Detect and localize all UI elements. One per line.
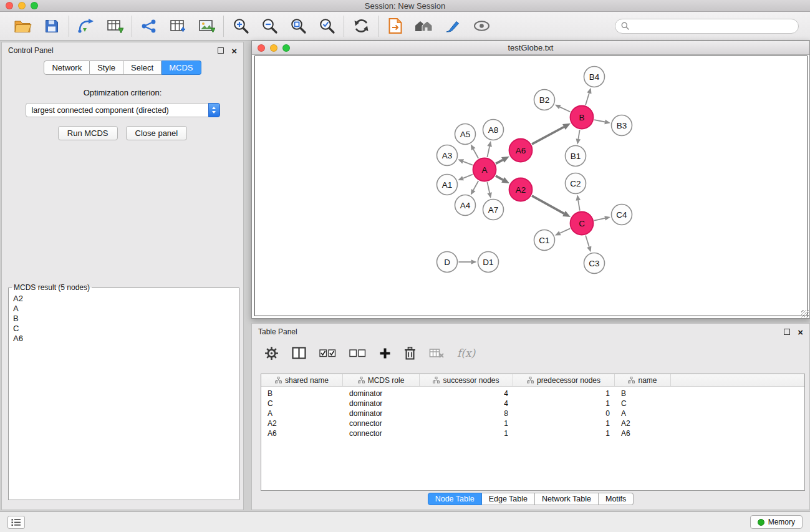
table-settings-gear-icon[interactable]	[264, 346, 279, 360]
network-node-C[interactable]: C	[571, 212, 594, 235]
function-builder-fx-icon[interactable]: f(x)	[457, 347, 475, 359]
network-edge-A-A1[interactable]	[463, 175, 473, 178]
close-view-button[interactable]	[258, 44, 265, 52]
column-header-name[interactable]: name	[615, 374, 671, 386]
result-item[interactable]: A	[10, 304, 238, 314]
network-edge-A-A7[interactable]	[487, 182, 489, 193]
zoom-in-icon[interactable]	[229, 16, 252, 37]
network-edge-B-B4[interactable]	[586, 93, 589, 105]
network-edge-A-A5[interactable]	[473, 149, 478, 158]
table-row[interactable]: A2connector11A2	[261, 418, 804, 428]
table-row[interactable]: Cdominator41C	[261, 399, 804, 409]
refresh-icon[interactable]	[350, 16, 372, 37]
run-mcds-button[interactable]: Run MCDS	[58, 126, 118, 140]
network-node-A2[interactable]: A2	[509, 178, 533, 201]
network-node-D[interactable]: D	[437, 252, 458, 273]
network-edge-C-C1[interactable]	[560, 228, 570, 233]
network-node-D1[interactable]: D1	[478, 252, 499, 273]
network-node-A[interactable]: A	[473, 158, 496, 181]
network-node-A8[interactable]: A8	[483, 120, 504, 140]
network-edge-A6-B[interactable]	[532, 127, 564, 145]
network-edge-A-A8[interactable]	[487, 147, 489, 157]
network-edge-A-A4[interactable]	[473, 181, 478, 190]
open-session-icon[interactable]	[12, 16, 34, 37]
fullscreen-window-button[interactable]	[31, 2, 38, 9]
network-edge-A2-C[interactable]	[532, 196, 564, 213]
minimize-view-button[interactable]	[270, 44, 277, 52]
tab-network-table[interactable]: Network Table	[535, 493, 599, 505]
network-node-C2[interactable]: C2	[566, 173, 586, 194]
network-edge-B-B1[interactable]	[578, 130, 579, 139]
column-header-successor-nodes[interactable]: successor nodes	[420, 374, 513, 386]
select-all-icon[interactable]	[319, 348, 336, 358]
network-edge-B-B2[interactable]	[560, 107, 571, 112]
apply-layout-document-icon[interactable]	[384, 16, 407, 37]
deselect-all-icon[interactable]	[349, 348, 366, 358]
import-network-icon[interactable]	[75, 16, 97, 37]
network-node-C1[interactable]: C1	[534, 230, 555, 251]
column-header-shared-name[interactable]: shared name	[261, 374, 343, 386]
float-panel-icon[interactable]	[218, 47, 224, 54]
close-table-panel-icon[interactable]: ×	[798, 327, 803, 337]
minimize-window-button[interactable]	[18, 2, 26, 9]
save-session-icon[interactable]	[41, 16, 63, 37]
zoom-selected-icon[interactable]	[316, 16, 338, 37]
network-edge-C-C3[interactable]	[586, 236, 589, 247]
show-columns-icon[interactable]	[292, 347, 306, 359]
tab-node-table[interactable]: Node Table	[428, 493, 482, 505]
memory-button[interactable]: Memory	[750, 515, 803, 529]
network-edge-A-A6[interactable]	[496, 160, 503, 163]
resize-grip-icon[interactable]	[801, 310, 809, 317]
add-column-plus-icon[interactable]	[379, 347, 391, 359]
search-box[interactable]	[615, 19, 799, 34]
network-node-A5[interactable]: A5	[455, 124, 476, 145]
tab-select[interactable]: Select	[123, 60, 162, 75]
result-item[interactable]: C	[10, 324, 238, 334]
network-node-B[interactable]: B	[571, 106, 594, 129]
close-panel-icon[interactable]: ×	[231, 46, 237, 56]
network-node-A4[interactable]: A4	[455, 195, 476, 216]
network-node-B3[interactable]: B3	[612, 115, 632, 136]
show-details-eye-icon[interactable]	[470, 16, 493, 37]
zoom-out-icon[interactable]	[258, 16, 281, 37]
tab-network[interactable]: Network	[44, 60, 90, 75]
result-item[interactable]: B	[10, 314, 238, 324]
network-edge-A-A3[interactable]	[463, 162, 473, 165]
float-table-panel-icon[interactable]	[784, 329, 790, 335]
tab-edge-table[interactable]: Edge Table	[482, 493, 535, 505]
column-header-MCDS-role[interactable]: MCDS role	[343, 374, 420, 386]
close-mcds-panel-button[interactable]: Close panel	[126, 126, 188, 140]
network-edge-B-B3[interactable]	[594, 120, 605, 122]
table-row[interactable]: A6connector11A6	[261, 428, 804, 438]
network-node-C3[interactable]: C3	[584, 253, 605, 274]
network-node-C4[interactable]: C4	[612, 205, 632, 225]
network-node-A1[interactable]: A1	[437, 175, 458, 195]
table-row[interactable]: Bdominator41B	[261, 389, 804, 399]
network-edge-C-C2[interactable]	[578, 200, 580, 211]
network-canvas[interactable]: B4B2BB3A5A8A6B1A3AC2A1A2A4A7C4CC1C3DD1	[255, 56, 807, 316]
tab-mcds[interactable]: MCDS	[162, 60, 201, 75]
column-header-predecessor-nodes[interactable]: predecessor nodes	[513, 374, 615, 386]
style-brush-icon[interactable]	[441, 16, 464, 37]
tab-style[interactable]: Style	[90, 60, 123, 75]
network-node-B2[interactable]: B2	[534, 90, 555, 110]
export-image-icon[interactable]	[195, 16, 218, 37]
network-edge-A-A2[interactable]	[496, 176, 503, 180]
table-row[interactable]: Adominator80A	[261, 409, 804, 418]
import-table-icon[interactable]	[104, 16, 126, 37]
search-input[interactable]	[633, 21, 793, 31]
network-node-B4[interactable]: B4	[584, 67, 605, 87]
close-window-button[interactable]	[6, 2, 13, 9]
network-node-A7[interactable]: A7	[483, 200, 504, 220]
network-overview-home-icon[interactable]	[413, 16, 435, 37]
criterion-dropdown[interactable]: largest connected component (directed)	[26, 103, 220, 117]
maximize-view-button[interactable]	[282, 44, 290, 52]
network-edge-C-C4[interactable]	[594, 218, 605, 221]
network-node-A6[interactable]: A6	[509, 139, 533, 162]
result-item[interactable]: A6	[10, 334, 238, 344]
zoom-fit-icon[interactable]	[287, 16, 309, 37]
delete-table-icon[interactable]	[429, 347, 444, 359]
result-item[interactable]: A2	[10, 294, 238, 304]
tab-motifs[interactable]: Motifs	[599, 493, 634, 505]
network-node-B1[interactable]: B1	[566, 146, 586, 167]
